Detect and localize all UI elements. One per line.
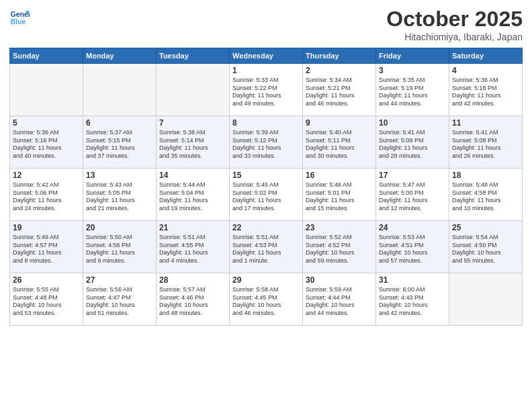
calendar-cell: 21Sunrise: 5:51 AM Sunset: 4:55 PM Dayli… xyxy=(157,221,230,273)
day-info: Sunrise: 5:51 AM Sunset: 4:55 PM Dayligh… xyxy=(159,234,226,265)
day-number: 22 xyxy=(232,223,300,232)
calendar-cell: 16Sunrise: 5:46 AM Sunset: 5:01 PM Dayli… xyxy=(303,169,376,221)
calendar-cell: 15Sunrise: 5:45 AM Sunset: 5:02 PM Dayli… xyxy=(230,169,303,221)
calendar-cell: 31Sunrise: 6:00 AM Sunset: 4:43 PM Dayli… xyxy=(376,273,449,326)
day-number: 7 xyxy=(159,118,226,128)
day-number: 15 xyxy=(232,171,300,180)
calendar-week-1: 1Sunrise: 5:33 AM Sunset: 5:22 PM Daylig… xyxy=(10,64,523,116)
calendar-week-5: 26Sunrise: 5:55 AM Sunset: 4:48 PM Dayli… xyxy=(10,273,523,326)
col-monday: Monday xyxy=(83,48,157,64)
calendar-cell: 8Sunrise: 5:39 AM Sunset: 5:12 PM Daylig… xyxy=(230,116,303,169)
day-info: Sunrise: 5:57 AM Sunset: 4:46 PM Dayligh… xyxy=(159,286,226,318)
calendar-cell: 27Sunrise: 5:56 AM Sunset: 4:47 PM Dayli… xyxy=(83,273,157,326)
day-info: Sunrise: 5:35 AM Sunset: 5:19 PM Dayligh… xyxy=(379,77,446,108)
calendar-cell: 19Sunrise: 5:49 AM Sunset: 4:57 PM Dayli… xyxy=(10,221,83,273)
day-info: Sunrise: 5:58 AM Sunset: 4:45 PM Dayligh… xyxy=(232,286,300,318)
calendar-cell xyxy=(449,273,523,326)
col-sunday: Sunday xyxy=(10,48,83,64)
col-friday: Friday xyxy=(376,48,449,64)
day-info: Sunrise: 5:41 AM Sunset: 5:08 PM Dayligh… xyxy=(452,129,519,161)
calendar-cell: 6Sunrise: 5:37 AM Sunset: 5:15 PM Daylig… xyxy=(83,116,157,169)
calendar-cell: 9Sunrise: 5:40 AM Sunset: 5:11 PM Daylig… xyxy=(303,116,376,169)
day-info: Sunrise: 5:53 AM Sunset: 4:51 PM Dayligh… xyxy=(379,234,446,265)
day-info: Sunrise: 5:33 AM Sunset: 5:22 PM Dayligh… xyxy=(232,77,300,108)
day-number: 29 xyxy=(232,275,300,285)
calendar-cell: 30Sunrise: 5:59 AM Sunset: 4:44 PM Dayli… xyxy=(303,273,376,326)
day-info: Sunrise: 5:55 AM Sunset: 4:48 PM Dayligh… xyxy=(13,286,80,318)
day-number: 21 xyxy=(159,223,226,232)
day-info: Sunrise: 5:38 AM Sunset: 5:14 PM Dayligh… xyxy=(159,129,226,161)
day-info: Sunrise: 5:49 AM Sunset: 4:57 PM Dayligh… xyxy=(13,234,80,265)
calendar-cell: 20Sunrise: 5:50 AM Sunset: 4:56 PM Dayli… xyxy=(83,221,157,273)
day-number: 5 xyxy=(13,118,80,128)
day-info: Sunrise: 5:52 AM Sunset: 4:52 PM Dayligh… xyxy=(306,234,373,265)
calendar-cell xyxy=(157,64,230,116)
col-wednesday: Wednesday xyxy=(230,48,303,64)
calendar-cell: 18Sunrise: 5:48 AM Sunset: 4:58 PM Dayli… xyxy=(449,169,523,221)
calendar-cell: 11Sunrise: 5:41 AM Sunset: 5:08 PM Dayli… xyxy=(449,116,523,169)
day-number: 12 xyxy=(13,171,80,180)
calendar-cell: 5Sunrise: 5:36 AM Sunset: 5:16 PM Daylig… xyxy=(10,116,83,169)
calendar-table: Sunday Monday Tuesday Wednesday Thursday… xyxy=(9,48,523,326)
day-info: Sunrise: 5:40 AM Sunset: 5:11 PM Dayligh… xyxy=(306,129,373,161)
day-info: Sunrise: 6:00 AM Sunset: 4:43 PM Dayligh… xyxy=(379,286,446,318)
day-number: 2 xyxy=(306,66,373,75)
day-number: 14 xyxy=(159,171,226,180)
calendar-cell: 29Sunrise: 5:58 AM Sunset: 4:45 PM Dayli… xyxy=(230,273,303,326)
day-info: Sunrise: 5:56 AM Sunset: 4:47 PM Dayligh… xyxy=(86,286,153,318)
day-info: Sunrise: 5:50 AM Sunset: 4:56 PM Dayligh… xyxy=(86,234,153,265)
title-block: October 2025 Hitachiomiya, Ibaraki, Japa… xyxy=(386,7,523,42)
calendar-cell xyxy=(83,64,157,116)
calendar-cell: 3Sunrise: 5:35 AM Sunset: 5:19 PM Daylig… xyxy=(376,64,449,116)
logo-icon: General Blue xyxy=(9,7,30,27)
day-info: Sunrise: 5:44 AM Sunset: 5:04 PM Dayligh… xyxy=(159,181,226,213)
calendar-cell: 14Sunrise: 5:44 AM Sunset: 5:04 PM Dayli… xyxy=(157,169,230,221)
col-thursday: Thursday xyxy=(303,48,376,64)
calendar-cell: 12Sunrise: 5:42 AM Sunset: 5:06 PM Dayli… xyxy=(10,169,83,221)
day-number: 16 xyxy=(306,171,373,180)
day-info: Sunrise: 5:37 AM Sunset: 5:15 PM Dayligh… xyxy=(86,129,153,161)
day-info: Sunrise: 5:59 AM Sunset: 4:44 PM Dayligh… xyxy=(306,286,373,318)
day-number: 10 xyxy=(379,118,446,128)
day-info: Sunrise: 5:41 AM Sunset: 5:09 PM Dayligh… xyxy=(379,129,446,161)
calendar-cell: 2Sunrise: 5:34 AM Sunset: 5:21 PM Daylig… xyxy=(303,64,376,116)
logo: General Blue xyxy=(9,7,30,27)
calendar-cell: 13Sunrise: 5:43 AM Sunset: 5:05 PM Dayli… xyxy=(83,169,157,221)
day-number: 25 xyxy=(452,223,519,232)
day-info: Sunrise: 5:42 AM Sunset: 5:06 PM Dayligh… xyxy=(13,181,80,213)
day-info: Sunrise: 5:51 AM Sunset: 4:53 PM Dayligh… xyxy=(232,234,300,265)
calendar-cell: 24Sunrise: 5:53 AM Sunset: 4:51 PM Dayli… xyxy=(376,221,449,273)
day-info: Sunrise: 5:46 AM Sunset: 5:01 PM Dayligh… xyxy=(306,181,373,213)
day-number: 3 xyxy=(379,66,446,75)
month-title: October 2025 xyxy=(386,7,523,32)
day-number: 20 xyxy=(86,223,153,232)
calendar-week-4: 19Sunrise: 5:49 AM Sunset: 4:57 PM Dayli… xyxy=(10,221,523,273)
page-container: General Blue October 2025 Hitachiomiya, … xyxy=(0,0,532,332)
col-tuesday: Tuesday xyxy=(157,48,230,64)
col-saturday: Saturday xyxy=(449,48,523,64)
day-number: 28 xyxy=(159,275,226,285)
header-row: Sunday Monday Tuesday Wednesday Thursday… xyxy=(10,48,523,64)
day-number: 18 xyxy=(452,171,519,180)
calendar-cell: 10Sunrise: 5:41 AM Sunset: 5:09 PM Dayli… xyxy=(376,116,449,169)
day-number: 6 xyxy=(86,118,153,128)
calendar-cell xyxy=(10,64,83,116)
day-number: 1 xyxy=(232,66,300,75)
day-info: Sunrise: 5:43 AM Sunset: 5:05 PM Dayligh… xyxy=(86,181,153,213)
day-number: 19 xyxy=(13,223,80,232)
day-number: 23 xyxy=(306,223,373,232)
day-number: 31 xyxy=(379,275,446,285)
calendar-cell: 23Sunrise: 5:52 AM Sunset: 4:52 PM Dayli… xyxy=(303,221,376,273)
day-info: Sunrise: 5:48 AM Sunset: 4:58 PM Dayligh… xyxy=(452,181,519,213)
calendar-cell: 4Sunrise: 5:36 AM Sunset: 5:18 PM Daylig… xyxy=(449,64,523,116)
day-info: Sunrise: 5:36 AM Sunset: 5:16 PM Dayligh… xyxy=(13,129,80,161)
day-number: 4 xyxy=(452,66,519,75)
day-number: 17 xyxy=(379,171,446,180)
calendar-cell: 28Sunrise: 5:57 AM Sunset: 4:46 PM Dayli… xyxy=(157,273,230,326)
day-info: Sunrise: 5:54 AM Sunset: 4:50 PM Dayligh… xyxy=(452,234,519,265)
calendar-cell: 7Sunrise: 5:38 AM Sunset: 5:14 PM Daylig… xyxy=(157,116,230,169)
svg-text:Blue: Blue xyxy=(11,17,26,26)
day-number: 8 xyxy=(232,118,300,128)
header: General Blue October 2025 Hitachiomiya, … xyxy=(9,7,523,42)
day-number: 13 xyxy=(86,171,153,180)
